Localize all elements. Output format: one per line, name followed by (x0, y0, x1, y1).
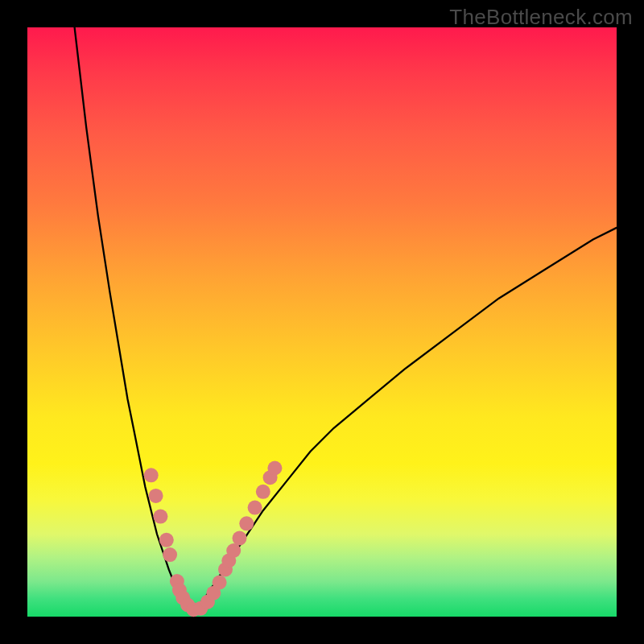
data-dot (163, 547, 177, 562)
data-dot (248, 501, 262, 515)
data-dot (153, 510, 167, 524)
data-dot (213, 576, 227, 590)
chart-svg (27, 27, 617, 617)
chart-frame: TheBottleneck.com (0, 0, 644, 644)
right-curve (192, 228, 617, 611)
data-dot (144, 468, 159, 482)
data-dot (226, 543, 241, 558)
plot-area (27, 27, 617, 617)
left-curve (75, 27, 192, 611)
data-dot (149, 489, 163, 503)
data-dot (233, 531, 247, 546)
data-dot (239, 516, 254, 530)
watermark-text: TheBottleneck.com (449, 5, 633, 30)
data-dot (267, 461, 282, 476)
data-dot (159, 533, 174, 547)
data-dot (256, 485, 270, 499)
data-dots (144, 461, 283, 617)
